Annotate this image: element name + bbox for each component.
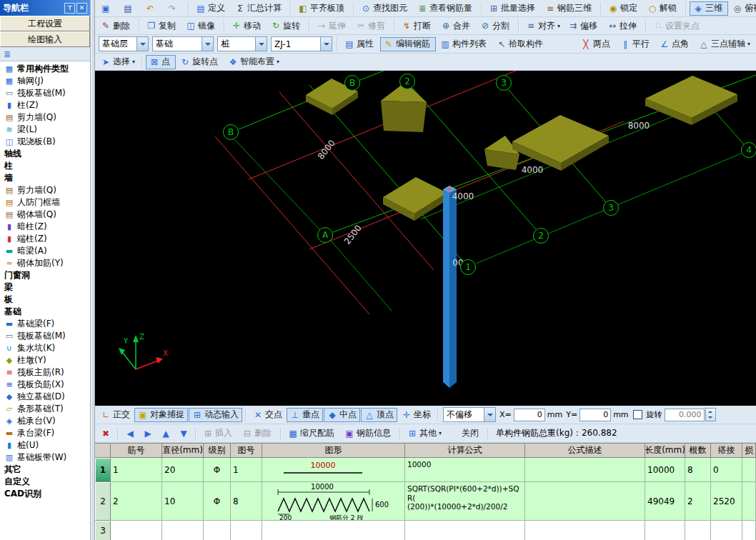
tree-group-custom[interactable]: 自定义 (0, 476, 90, 488)
top-view-button[interactable]: ◎ 俯视 (729, 1, 756, 16)
batch-select-button[interactable]: ⊞ 批量选择 (485, 1, 541, 16)
tree-group-foundation[interactable]: 基础 (0, 306, 90, 318)
layers-icon[interactable]: ≣ (1, 49, 13, 59)
tree-foundation-slab-band[interactable]: ▥ 基础板带(W) (0, 451, 90, 464)
tree-beam[interactable]: ≋ 梁(L) (0, 124, 90, 136)
save-button[interactable]: ▤ (119, 1, 141, 16)
cell-formula[interactable] (405, 521, 525, 540)
copy-button[interactable]: ❐ 复制 (143, 19, 181, 33)
tree-shear-wall[interactable]: ▤ 剪力墙(Q) (0, 111, 90, 124)
close-icon[interactable]: ✕ (76, 3, 87, 14)
cell-clipped[interactable] (742, 521, 756, 540)
insert-row-button[interactable]: ⊞ 插入 (199, 426, 238, 441)
properties-button[interactable]: ▤ 属性 (341, 37, 379, 51)
tree-end-column[interactable]: ▮ 端柱(Z) (0, 233, 90, 245)
tree-strip-foundation[interactable]: ▱ 条形基础(T) (0, 403, 90, 415)
tree-raft-main-rebar[interactable]: ≡ 筏板主筋(R) (0, 366, 90, 379)
define-button[interactable]: ▤ 定义 (192, 1, 231, 16)
cell-rebar-no[interactable]: 2 (111, 482, 162, 521)
tree-sump-pit[interactable]: ∪ 集水坑(K) (0, 342, 90, 354)
tree-column[interactable]: ▮ 柱(Z) (0, 99, 90, 111)
tree-column-pier[interactable]: ◆ 柱墩(Y) (0, 354, 90, 366)
tree-group-axis[interactable]: 轴线 (0, 148, 90, 160)
move-row-down-button[interactable]: ▼ (175, 426, 192, 441)
three-point-aux-axis-button[interactable]: △ 三点辅轴 ▾ (695, 37, 754, 51)
cell-shape-diagram[interactable]: 10000 (262, 458, 405, 482)
redo-button[interactable]: ↷ (164, 1, 185, 16)
window-button[interactable]: ▣ (97, 1, 119, 16)
cell-shape-diagram[interactable] (262, 521, 405, 540)
rotate-checkbox[interactable] (633, 410, 642, 419)
stretch-button[interactable]: ↔ 拉伸 (604, 19, 642, 33)
tree-group-other[interactable]: 其它 (0, 464, 90, 476)
cell-count[interactable]: 2 (685, 482, 711, 521)
tree-group-wall[interactable]: 墙 (0, 172, 90, 184)
angle-input[interactable] (665, 409, 705, 421)
dropdown-arrow-icon[interactable] (136, 37, 148, 51)
cell-shape-no[interactable] (231, 521, 262, 540)
row-selector[interactable]: 1 (95, 458, 111, 482)
lock-button[interactable]: ◉ 锁定 (605, 1, 643, 16)
pick-component-button[interactable]: ↖ 拾取构件 (493, 37, 549, 51)
set-grips-button[interactable]: ∷ 设置夹点 (650, 19, 705, 33)
cell-length[interactable]: 49049 (645, 482, 685, 521)
vertex-snap-toggle[interactable]: △ 顶点 (361, 408, 397, 422)
cell-clipped[interactable] (742, 458, 756, 482)
offset-select[interactable]: 不偏移 (443, 407, 496, 422)
tree-raft-foundation[interactable]: ▭ 筏板基础(M) (0, 87, 90, 99)
trim-button[interactable]: ✂ 修剪 (352, 19, 391, 33)
category-select[interactable]: 基础 (152, 36, 214, 51)
find-element-button[interactable]: ⊙ 查找图元 (357, 1, 413, 16)
intersection-snap-toggle[interactable]: ✕ 交点 (249, 408, 286, 422)
cell-formula[interactable]: 10000 (405, 458, 525, 482)
cell-rebar-no[interactable]: 1 (111, 458, 162, 482)
row-selector[interactable]: 2 (95, 482, 111, 521)
pile-cap[interactable] (512, 115, 609, 171)
select-tool-button[interactable]: ➤ 选择 ▾ (97, 55, 139, 69)
delete-row-button[interactable]: ⊟ 删除 (239, 426, 277, 441)
cell-formula-desc[interactable] (525, 521, 645, 540)
drawing-input-button[interactable]: 绘图输入 (0, 31, 90, 47)
offset-button[interactable]: ⇉ 偏移 (564, 19, 603, 33)
cell-diameter[interactable]: 10 (162, 482, 204, 521)
point-angle-axis-button[interactable]: ∠ 点角 (656, 37, 695, 51)
floor-select[interactable]: 基础层 (99, 36, 149, 51)
dropdown-arrow-icon[interactable] (320, 37, 332, 51)
tree-shear-wall-2[interactable]: ▤ 剪力墙(Q) (0, 184, 90, 196)
rebar-3d-button[interactable]: ≡ 钢筋三维 (542, 1, 597, 16)
tree-common-types[interactable]: ▦ 常用构件类型 (0, 63, 90, 75)
tree-independent-foundation[interactable]: ◆ 独立基础(D) (0, 391, 90, 403)
rebar-info-button[interactable]: ▣ 钢筋信息 (341, 426, 397, 441)
cell-lap[interactable]: 0 (711, 458, 742, 482)
two-point-axis-button[interactable]: ╳ 两点 (577, 37, 616, 51)
component-list-button[interactable]: ▥ 构件列表 (437, 37, 492, 51)
move-row-up-button[interactable]: ▲ (157, 426, 174, 441)
view-rebar-qty-button[interactable]: ≣ 查看钢筋量 (414, 1, 478, 16)
tree-foundation-beam[interactable]: ▬ 基础梁(F) (0, 318, 90, 330)
osnap-toggle[interactable]: ▣ 对象捕捉 (134, 408, 188, 422)
pile-cap[interactable] (383, 177, 447, 221)
break-button[interactable]: ↯ 打断 (398, 19, 437, 33)
tree-cast-slab[interactable]: ◫ 现浇板(B) (0, 136, 90, 148)
cell-count[interactable]: 8 (685, 458, 711, 482)
cell-shape-no[interactable]: 1 (231, 458, 262, 482)
edit-rebar-button[interactable]: ✎ 编辑钢筋 (380, 37, 436, 51)
align-slab-top-button[interactable]: ◧ 平齐板顶 (294, 1, 350, 16)
undo-button[interactable]: ↶ (141, 1, 163, 16)
midpoint-snap-toggle[interactable]: ◆ 中点 (324, 408, 360, 422)
y-input[interactable] (580, 409, 611, 421)
other-menu-button[interactable]: ⊞ 其他 ▾ (404, 426, 445, 441)
perpendicular-snap-toggle[interactable]: ⊥ 垂点 (287, 408, 323, 422)
rotate-button[interactable]: ↻ 旋转 (267, 19, 306, 33)
cell-formula-desc[interactable] (525, 482, 645, 521)
ortho-toggle[interactable]: ∟ 正交 (97, 408, 134, 422)
split-button[interactable]: ⊘ 分割 (477, 19, 515, 33)
cell-grade[interactable]: Φ (204, 482, 231, 521)
next-record-button[interactable]: ▶ (139, 426, 156, 441)
close-table-button[interactable]: ✖ (97, 426, 114, 441)
cell-count[interactable] (685, 521, 711, 540)
merge-button[interactable]: ⊕ 合并 (437, 19, 476, 33)
type-select[interactable]: 桩 (217, 36, 267, 51)
tree-pile[interactable]: ▮ 桩(U) (0, 439, 90, 451)
pin-icon[interactable]: ⊤ (64, 3, 75, 14)
